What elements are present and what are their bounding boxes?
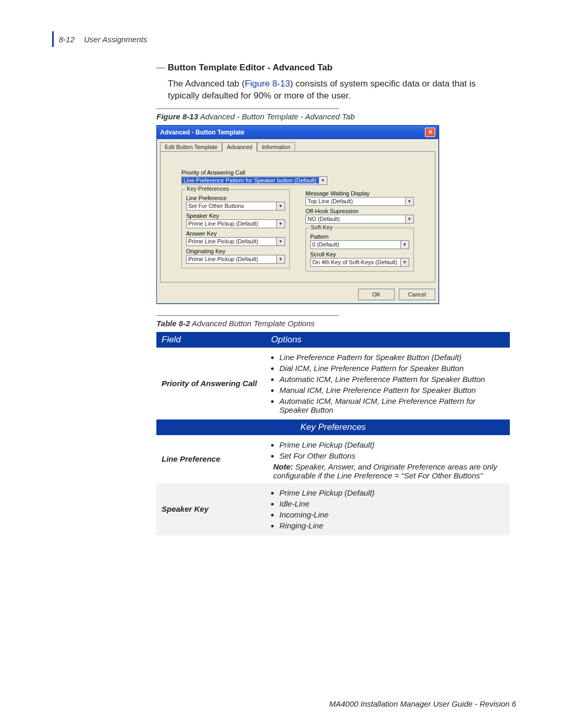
chevron-down-icon[interactable] — [400, 241, 409, 249]
chevron-down-icon[interactable] — [276, 238, 285, 245]
chevron-down-icon[interactable] — [405, 215, 413, 223]
fieldset-key-preferences: Key Preferences Line Preference Set For … — [181, 189, 290, 268]
table-caption: Table 8-2 Advanced Button Template Optio… — [156, 319, 506, 328]
th-options: Options — [266, 332, 510, 348]
dialog-tabs: Edit Button Template Advanced Informatio… — [157, 139, 438, 151]
dialog-titlebar: Advanced - Button Template ✕ — [157, 126, 438, 139]
ok-button[interactable]: OK — [358, 289, 395, 300]
combo-mwd[interactable]: Top Line (Default) — [305, 197, 414, 206]
combo-answer-key[interactable]: Prime Line Pickup (Default) — [186, 237, 285, 246]
tab-information[interactable]: Information — [257, 142, 295, 152]
combo-scroll-key[interactable]: On 4th Key of Soft-Keys (Default) — [310, 258, 409, 267]
figure-rule — [156, 108, 339, 109]
label-mwd: Message Waiting Display — [305, 190, 414, 196]
label-offhook: Off-Hook Supression — [305, 208, 414, 214]
label-priority: Priority of Answering Call — [181, 169, 414, 176]
section-title: User Assignments — [84, 35, 147, 44]
combo-priority[interactable]: Line Preference Pattern for Speaker butt… — [181, 176, 327, 185]
figure-caption: Figure 8-13 Advanced - Button Template -… — [156, 112, 506, 121]
cell-opts-priority: Line Preference Pattern for Speaker Butt… — [266, 348, 510, 419]
chevron-down-icon[interactable] — [276, 220, 285, 228]
section-key-preferences: Key Preferences — [156, 419, 510, 435]
cell-opts-line-pref: Prime Line Pickup (Default) Set For Othe… — [266, 435, 510, 483]
fieldset-softkey: Soft-Key Pattern 0 (Default) Scroll Key … — [305, 228, 414, 272]
chevron-down-icon[interactable] — [400, 258, 409, 266]
table-rule — [156, 315, 339, 316]
chevron-down-icon[interactable] — [276, 255, 285, 263]
figure-link[interactable]: Figure 8-13 — [244, 79, 290, 89]
label-pattern: Pattern — [310, 233, 409, 240]
cell-field-line-pref: Line Preference — [156, 435, 266, 483]
label-line-preference: Line Preference — [186, 195, 285, 201]
page-header: 8-12 User Assignments — [52, 31, 521, 47]
label-answer-key: Answer Key — [186, 230, 285, 237]
dialog-title-text: Advanced - Button Template — [160, 129, 244, 136]
page-footer: MA4000 Installation Manager User Guide -… — [329, 699, 516, 708]
chevron-down-icon[interactable] — [319, 177, 327, 184]
combo-pattern[interactable]: 0 (Default) — [310, 240, 409, 249]
chevron-down-icon[interactable] — [405, 198, 413, 205]
tab-edit-button-template[interactable]: Edit Button Template — [160, 142, 222, 152]
th-field: Field — [156, 332, 266, 348]
close-icon[interactable]: ✕ — [425, 128, 435, 137]
combo-speaker-key[interactable]: Prime Line Pickup (Default) — [186, 219, 285, 228]
combo-originating-key[interactable]: Prime Line Pickup (Default) — [186, 255, 285, 264]
heading-bte-advanced: Button Template Editor - Advanced Tab — [156, 63, 506, 73]
label-originating-key: Originating Key — [186, 248, 285, 254]
intro-paragraph: The Advanced tab (Figure 8-13) consists … — [168, 78, 506, 102]
page-number: 8-12 — [59, 35, 75, 44]
chevron-down-icon[interactable] — [276, 202, 285, 210]
cell-field-priority: Priority of Answering Call — [156, 348, 266, 419]
combo-line-preference[interactable]: Set For Other Buttons — [186, 202, 285, 211]
cell-opts-speaker-key: Prime Line Pickup (Default) Idle-Line In… — [266, 483, 510, 535]
label-speaker-key: Speaker Key — [186, 213, 285, 219]
combo-offhook[interactable]: NO (Default) — [305, 215, 414, 224]
cancel-button[interactable]: Cancel — [399, 289, 435, 300]
dialog-advanced-button-template: Advanced - Button Template ✕ Edit Button… — [156, 125, 439, 304]
table-advanced-options: Field Options Priority of Answering Call… — [156, 332, 510, 535]
tab-advanced[interactable]: Advanced — [222, 142, 257, 152]
label-scroll-key: Scroll Key — [310, 251, 409, 257]
cell-field-speaker-key: Speaker Key — [156, 483, 266, 535]
